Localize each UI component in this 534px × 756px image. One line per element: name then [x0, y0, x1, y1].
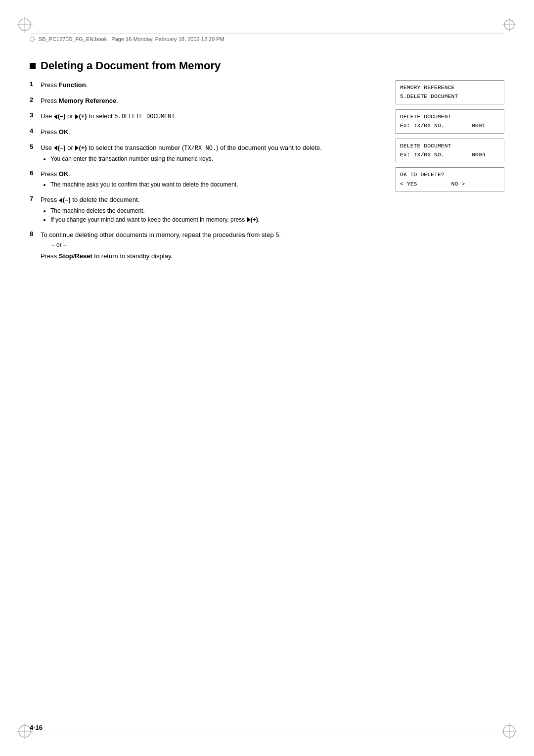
- step-8-stopreset: Stop/Reset: [59, 252, 92, 260]
- tri-left-icon-3: [54, 114, 57, 119]
- step-5-minus: (–): [58, 144, 66, 151]
- page: SB_PC1270D_FG_EN.book Page 16 Monday, Fe…: [0, 0, 534, 756]
- step-2-bold: Memory Reference: [59, 97, 116, 104]
- step-7-num: 7: [30, 195, 41, 202]
- lcd-display-2: DELETE DOCUMENT Ex: TX/RX NO. 0001: [396, 109, 504, 134]
- step-7-bullet-2: If you change your mind and want to keep…: [50, 215, 260, 224]
- corner-mark-tl: [15, 15, 35, 35]
- header-bar: SB_PC1270D_FG_EN.book Page 16 Monday, Fe…: [30, 34, 504, 42]
- step-7-bullet-1: The machine deletes the document.: [50, 206, 260, 215]
- step-3-plus: (+): [79, 112, 87, 120]
- step-3: 3 Use (–) or (+) to select 5.DELETE DOCU…: [30, 111, 381, 121]
- step-8-or: – or –: [51, 240, 281, 249]
- step-6-content: Press OK. The machine asks you to confir…: [41, 169, 238, 189]
- footer: 4-16: [30, 723, 504, 734]
- section-bullet-square: [30, 63, 36, 69]
- step-6-num: 6: [30, 169, 41, 177]
- tri-left-icon-7: [59, 198, 62, 203]
- step-6: 6 Press OK. The machine asks you to conf…: [30, 169, 381, 189]
- step-6-bullets: The machine asks you to confirm that you…: [41, 180, 238, 189]
- step-1-bold: Function: [59, 81, 86, 89]
- corner-mark-tr: [499, 15, 519, 35]
- step-5-content: Use (–) or (+) to select the transaction…: [41, 143, 322, 163]
- step-7-content: Press (–) to delete the document. The ma…: [41, 195, 260, 224]
- step-8-num: 8: [30, 230, 41, 237]
- header-page-info: Page 16 Monday, February 18, 2002 12:20 …: [111, 36, 224, 42]
- step-4: 4 Press OK.: [30, 127, 381, 137]
- step-7: 7 Press (–) to delete the document. The …: [30, 195, 381, 224]
- lcd-display-1: MEMORY REFERENCE 5.DELETE DOCUMENT: [396, 80, 504, 104]
- two-column-layout: 1 Press Function. 2 Press Memory Referen…: [30, 80, 504, 267]
- step-2-content: Press Memory Reference.: [41, 96, 118, 106]
- header-text: SB_PC1270D_FG_EN.book Page 16 Monday, Fe…: [39, 36, 224, 42]
- step-8-content: To continue deleting other documents in …: [41, 230, 281, 261]
- header-dot: [30, 37, 35, 42]
- tri-right-icon-7b: [247, 217, 251, 222]
- step-1-content: Press Function.: [41, 80, 88, 90]
- lcd-displays-column: MEMORY REFERENCE 5.DELETE DOCUMENT DELET…: [396, 80, 504, 267]
- step-5-num: 5: [30, 143, 41, 150]
- step-7-bullets: The machine deletes the document. If you…: [41, 206, 260, 224]
- step-2-num: 2: [30, 96, 41, 103]
- step-5-code: TX/RX NO.: [184, 145, 216, 152]
- step-8: 8 To continue deleting other documents i…: [30, 230, 381, 261]
- step-1-num: 1: [30, 80, 41, 88]
- step-5-bullet-1: You can enter the transaction number usi…: [50, 154, 322, 163]
- header-filename: SB_PC1270D_FG_EN.book: [39, 36, 107, 42]
- steps-column: 1 Press Function. 2 Press Memory Referen…: [30, 80, 381, 267]
- step-5-plus: (+): [79, 144, 87, 151]
- lcd-display-3: DELETE DOCUMENT Ex: TX/RX NO. 0004: [396, 139, 504, 163]
- step-3-content: Use (–) or (+) to select 5.DELETE DOCUME…: [41, 111, 177, 121]
- step-3-minus: (–): [58, 112, 66, 120]
- step-7-minus: (–): [63, 196, 71, 203]
- section-heading: Deleting a Document from Memory: [30, 59, 504, 72]
- step-7-plus: (+): [251, 216, 258, 223]
- step-6-bullet-1: The machine asks you to confirm that you…: [50, 180, 238, 189]
- step-5: 5 Use (–) or (+) to select the transacti…: [30, 143, 381, 163]
- page-number: 4-16: [30, 724, 43, 731]
- step-4-num: 4: [30, 127, 41, 135]
- step-6-bold: OK: [59, 170, 69, 178]
- step-2: 2 Press Memory Reference.: [30, 96, 381, 106]
- lcd-display-4: OK TO DELETE? < YES NO >: [396, 167, 504, 191]
- step-4-content: Press OK.: [41, 127, 70, 137]
- step-5-bullets: You can enter the transaction number usi…: [41, 154, 322, 163]
- step-3-code: 5.DELETE DOCUMENT: [114, 113, 175, 120]
- step-1: 1 Press Function.: [30, 80, 381, 90]
- step-3-num: 3: [30, 111, 41, 119]
- section-title: Deleting a Document from Memory: [41, 59, 221, 72]
- step-4-bold: OK: [59, 128, 69, 136]
- content-area: Deleting a Document from Memory 1 Press …: [30, 54, 504, 716]
- tri-left-icon-5: [54, 145, 57, 150]
